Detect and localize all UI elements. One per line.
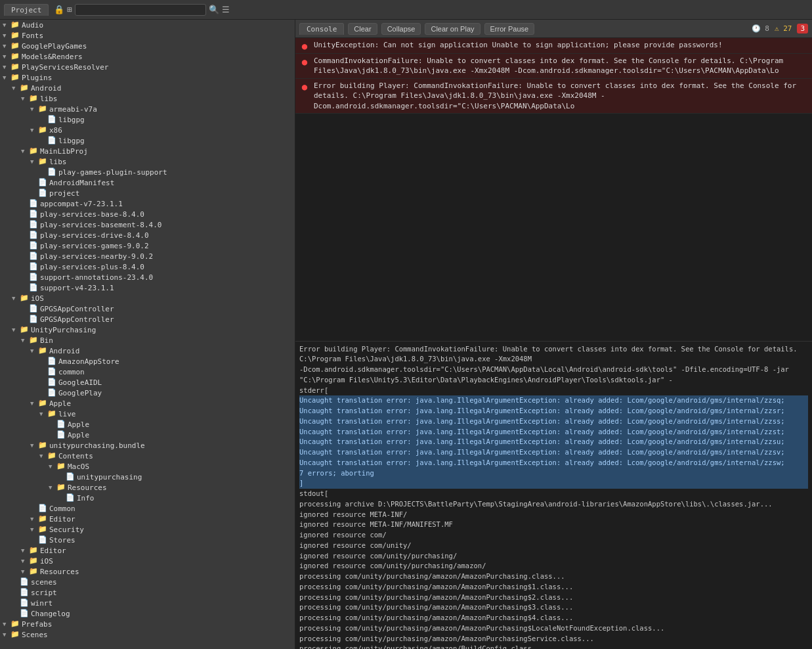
console-message-row[interactable]: ●CommandInvokationFailure: Unable to con… (295, 54, 812, 79)
console-panel: Console Clear Collapse Clear on Play Err… (295, 20, 812, 649)
tree-item[interactable]: ▼📁Editor (0, 514, 295, 524)
tree-item[interactable]: 📄Changelog (0, 608, 295, 619)
tree-item[interactable]: 📄scenes (0, 577, 295, 587)
tree-item[interactable]: 📄AmazonAppStore (0, 356, 295, 367)
tree-item[interactable]: ▼📁Resources (0, 566, 295, 577)
tree-item[interactable]: 📄play-services-basement-8.4.0 (0, 219, 295, 230)
tree-item[interactable]: ▼📁MainLibProj (0, 146, 295, 156)
folder-icon: 📁 (38, 125, 47, 135)
tree-item[interactable]: 📄play-services-drive-8.4.0 (0, 230, 295, 240)
clock-badge: 🕐 8 (752, 24, 769, 33)
tree-item[interactable]: 📄libgpg (0, 135, 295, 146)
file-icon: 📄 (29, 252, 38, 261)
log-line: Uncaught translation error: java.lang.Il… (299, 437, 808, 447)
tree-item[interactable]: 📄Apple (0, 419, 295, 430)
tree-item[interactable]: ▼📁iOS (0, 556, 295, 566)
tree-item[interactable]: 📄Info (0, 493, 295, 503)
tree-item[interactable]: ▼📁x86 (0, 125, 295, 135)
tree-item[interactable]: ▼📁libs (0, 156, 295, 167)
tree-item[interactable]: 📄GoogleAIDL (0, 377, 295, 388)
tree-item[interactable]: ▼📁Audio (0, 20, 295, 30)
tree-item[interactable]: ▼📁armeabi-v7a (0, 104, 295, 114)
tree-item-label: Fonts (22, 32, 43, 40)
tree-item[interactable]: 📄unitypurchasing (0, 472, 295, 482)
tree-item[interactable]: ▼📁Bin (0, 335, 295, 346)
tree-item-label: unitypurchasing.bundle (49, 441, 145, 450)
log-line: 7 errors; aborting (299, 468, 808, 479)
tree-item[interactable]: 📄libgpg (0, 114, 295, 125)
tree-item[interactable]: 📄support-v4-23.1.1 (0, 282, 295, 293)
project-tab[interactable]: Project (4, 4, 49, 16)
tree-item[interactable]: 📄winrt (0, 598, 295, 608)
tree-item[interactable]: ▼📁Prefabs (0, 619, 295, 629)
tree-item[interactable]: 📄GPGSAppController (0, 314, 295, 324)
search-input[interactable] (75, 4, 206, 16)
tree-item[interactable]: ▼📁Fonts (0, 30, 295, 41)
tree-item-label: Audio (22, 21, 43, 30)
console-bar: Console Clear Collapse Clear on Play Err… (295, 20, 812, 38)
options-icon[interactable]: ☰ (222, 5, 230, 14)
tree-item[interactable]: 📄support-annotations-23.4.0 (0, 272, 295, 282)
tree-item[interactable]: ▼📁Apple (0, 398, 295, 409)
file-icon: 📄 (29, 304, 38, 313)
tree-item[interactable]: 📄AndroidManifest (0, 177, 295, 188)
file-icon: 📄 (56, 420, 66, 429)
layout-icon[interactable]: ⊞ (67, 5, 72, 14)
log-line: processing com/unity/purchasing/amazon/A… (299, 571, 808, 582)
tree-item[interactable]: ▼📁unitypurchasing.bundle (0, 440, 295, 451)
tree-item[interactable]: 📄play-services-games-9.0.2 (0, 240, 295, 251)
tree-item[interactable]: ▼📁MacOS (0, 461, 295, 472)
folder-icon: 📁 (29, 546, 38, 555)
tree-item[interactable]: ▼📁Plugins (0, 72, 295, 83)
console-message-row[interactable]: ●UnityException: Can not sign applicatio… (295, 38, 812, 54)
log-line: "C:\Program Files\Unity5.3\Editor\Data\P… (299, 375, 808, 386)
tree-item[interactable]: 📄project (0, 188, 295, 198)
tree-item[interactable]: ▼📁GooglePlayGames (0, 41, 295, 51)
tree-item[interactable]: 📄play-services-base-8.4.0 (0, 209, 295, 219)
tree-item[interactable]: ▼📁UnityPurchasing (0, 324, 295, 335)
folder-icon: 📁 (38, 104, 47, 114)
tree-item[interactable]: 📄common (0, 367, 295, 377)
tree-item[interactable]: ▼📁Contents (0, 451, 295, 461)
tree-item-label: UnityPurchasing (31, 326, 96, 334)
clear-button[interactable]: Clear (348, 23, 377, 35)
tree-item[interactable]: ▼📁Scenes (0, 629, 295, 640)
tree-item[interactable]: 📄GooglePlay (0, 388, 295, 398)
tree-item[interactable]: ▼📁Resources (0, 482, 295, 493)
tree-item[interactable]: ▼📁Security (0, 524, 295, 535)
tree-item-label: play-services-drive-8.4.0 (40, 231, 149, 240)
search-icon[interactable]: 🔍 (209, 5, 219, 14)
tree-item[interactable]: 📄Stores (0, 535, 295, 545)
log-line: Uncaught translation error: java.lang.Il… (299, 416, 808, 427)
tree-item-label: Common (49, 504, 75, 513)
tree-item[interactable]: ▼📁PlayServicesResolver (0, 62, 295, 72)
tree-item[interactable]: ▼📁Android (0, 83, 295, 93)
tree-item[interactable]: 📄play-services-plus-8.4.0 (0, 261, 295, 272)
tree-item[interactable]: ▼📁Models&Renders (0, 51, 295, 62)
tree-item[interactable]: 📄play-services-nearby-9.0.2 (0, 251, 295, 261)
file-icon: 📄 (20, 598, 29, 608)
lock-icon[interactable]: 🔒 (54, 5, 64, 14)
tree-item[interactable]: 📄Common (0, 503, 295, 514)
console-tab[interactable]: Console (299, 23, 344, 35)
message-text: UnityException: Can not sign application… (314, 40, 808, 50)
file-icon: 📄 (47, 357, 56, 366)
error-pause-button[interactable]: Error Pause (484, 23, 535, 35)
tree-item[interactable]: 📄script (0, 587, 295, 598)
log-line: stderr[ (299, 386, 808, 396)
clear-on-play-button[interactable]: Clear on Play (425, 23, 480, 35)
tree-item[interactable]: ▼📁live (0, 409, 295, 419)
tree-item[interactable]: ▼📁Android (0, 346, 295, 356)
collapse-button[interactable]: Collapse (381, 23, 421, 35)
tree-item[interactable]: ▼📁iOS (0, 293, 295, 303)
console-message-row[interactable]: ●Error building Player: CommandInvokatio… (295, 79, 812, 114)
tree-item[interactable]: 📄Apple (0, 430, 295, 440)
tree-item[interactable]: 📄play-games-plugin-support (0, 167, 295, 177)
tree-item[interactable]: ▼📁Editor (0, 545, 295, 556)
tree-item[interactable]: 📄GPGSAppController (0, 303, 295, 314)
tree-item[interactable]: ▼📁libs (0, 93, 295, 104)
log-line: Uncaught translation error: java.lang.Il… (299, 395, 808, 406)
tree-item[interactable]: 📄appcompat-v7-23.1.1 (0, 198, 295, 209)
console-messages-area: ●UnityException: Can not sign applicatio… (295, 38, 812, 341)
log-line: processing com/unity/purchasing/amazon/A… (299, 593, 808, 603)
